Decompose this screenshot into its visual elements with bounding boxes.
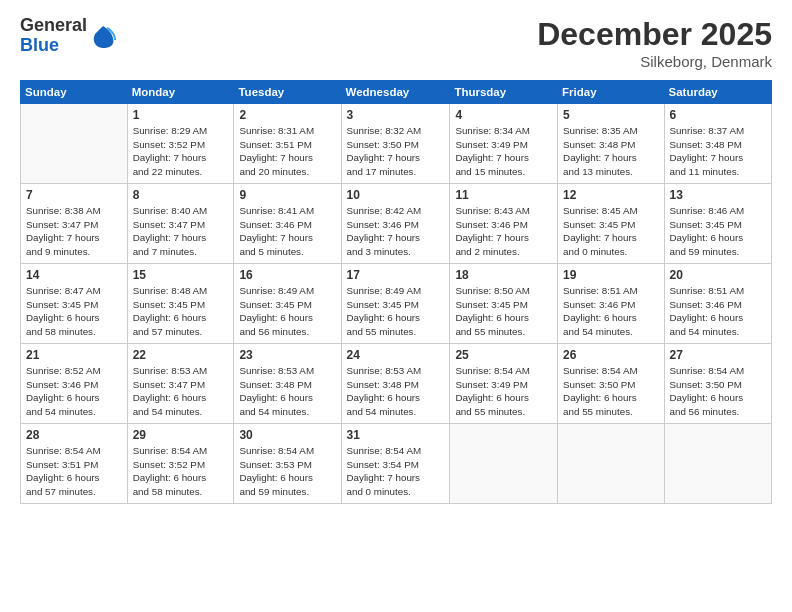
day-info: Sunrise: 8:49 AM Sunset: 3:45 PM Dayligh… bbox=[347, 284, 445, 339]
header-thursday: Thursday bbox=[450, 81, 558, 104]
calendar-header-row: SundayMondayTuesdayWednesdayThursdayFrid… bbox=[21, 81, 772, 104]
day-cell: 4Sunrise: 8:34 AM Sunset: 3:49 PM Daylig… bbox=[450, 104, 558, 184]
day-info: Sunrise: 8:54 AM Sunset: 3:50 PM Dayligh… bbox=[670, 364, 766, 419]
day-info: Sunrise: 8:51 AM Sunset: 3:46 PM Dayligh… bbox=[563, 284, 658, 339]
day-info: Sunrise: 8:40 AM Sunset: 3:47 PM Dayligh… bbox=[133, 204, 229, 259]
day-cell: 20Sunrise: 8:51 AM Sunset: 3:46 PM Dayli… bbox=[664, 264, 771, 344]
day-info: Sunrise: 8:31 AM Sunset: 3:51 PM Dayligh… bbox=[239, 124, 335, 179]
day-number: 21 bbox=[26, 348, 122, 362]
title-block: December 2025 Silkeborg, Denmark bbox=[537, 16, 772, 70]
day-number: 27 bbox=[670, 348, 766, 362]
day-info: Sunrise: 8:49 AM Sunset: 3:45 PM Dayligh… bbox=[239, 284, 335, 339]
day-info: Sunrise: 8:32 AM Sunset: 3:50 PM Dayligh… bbox=[347, 124, 445, 179]
day-number: 23 bbox=[239, 348, 335, 362]
day-cell: 30Sunrise: 8:54 AM Sunset: 3:53 PM Dayli… bbox=[234, 424, 341, 504]
day-cell: 3Sunrise: 8:32 AM Sunset: 3:50 PM Daylig… bbox=[341, 104, 450, 184]
day-number: 9 bbox=[239, 188, 335, 202]
day-number: 6 bbox=[670, 108, 766, 122]
day-info: Sunrise: 8:41 AM Sunset: 3:46 PM Dayligh… bbox=[239, 204, 335, 259]
day-number: 19 bbox=[563, 268, 658, 282]
day-number: 12 bbox=[563, 188, 658, 202]
page: General Blue December 2025 Silkeborg, De… bbox=[0, 0, 792, 612]
day-info: Sunrise: 8:34 AM Sunset: 3:49 PM Dayligh… bbox=[455, 124, 552, 179]
week-row-0: 1Sunrise: 8:29 AM Sunset: 3:52 PM Daylig… bbox=[21, 104, 772, 184]
day-number: 15 bbox=[133, 268, 229, 282]
day-info: Sunrise: 8:53 AM Sunset: 3:48 PM Dayligh… bbox=[239, 364, 335, 419]
day-cell: 17Sunrise: 8:49 AM Sunset: 3:45 PM Dayli… bbox=[341, 264, 450, 344]
day-cell: 27Sunrise: 8:54 AM Sunset: 3:50 PM Dayli… bbox=[664, 344, 771, 424]
day-number: 1 bbox=[133, 108, 229, 122]
day-cell: 11Sunrise: 8:43 AM Sunset: 3:46 PM Dayli… bbox=[450, 184, 558, 264]
logo-general: General bbox=[20, 15, 87, 35]
week-row-4: 28Sunrise: 8:54 AM Sunset: 3:51 PM Dayli… bbox=[21, 424, 772, 504]
day-cell: 7Sunrise: 8:38 AM Sunset: 3:47 PM Daylig… bbox=[21, 184, 128, 264]
day-info: Sunrise: 8:54 AM Sunset: 3:49 PM Dayligh… bbox=[455, 364, 552, 419]
day-number: 14 bbox=[26, 268, 122, 282]
day-cell: 16Sunrise: 8:49 AM Sunset: 3:45 PM Dayli… bbox=[234, 264, 341, 344]
day-info: Sunrise: 8:37 AM Sunset: 3:48 PM Dayligh… bbox=[670, 124, 766, 179]
day-cell bbox=[450, 424, 558, 504]
week-row-3: 21Sunrise: 8:52 AM Sunset: 3:46 PM Dayli… bbox=[21, 344, 772, 424]
day-number: 11 bbox=[455, 188, 552, 202]
day-cell: 5Sunrise: 8:35 AM Sunset: 3:48 PM Daylig… bbox=[558, 104, 664, 184]
day-number: 22 bbox=[133, 348, 229, 362]
logo-icon bbox=[89, 22, 117, 50]
header: General Blue December 2025 Silkeborg, De… bbox=[20, 16, 772, 70]
day-number: 3 bbox=[347, 108, 445, 122]
day-info: Sunrise: 8:29 AM Sunset: 3:52 PM Dayligh… bbox=[133, 124, 229, 179]
day-cell: 24Sunrise: 8:53 AM Sunset: 3:48 PM Dayli… bbox=[341, 344, 450, 424]
day-info: Sunrise: 8:46 AM Sunset: 3:45 PM Dayligh… bbox=[670, 204, 766, 259]
day-info: Sunrise: 8:54 AM Sunset: 3:51 PM Dayligh… bbox=[26, 444, 122, 499]
day-cell: 26Sunrise: 8:54 AM Sunset: 3:50 PM Dayli… bbox=[558, 344, 664, 424]
day-cell: 12Sunrise: 8:45 AM Sunset: 3:45 PM Dayli… bbox=[558, 184, 664, 264]
day-info: Sunrise: 8:51 AM Sunset: 3:46 PM Dayligh… bbox=[670, 284, 766, 339]
week-row-1: 7Sunrise: 8:38 AM Sunset: 3:47 PM Daylig… bbox=[21, 184, 772, 264]
day-info: Sunrise: 8:42 AM Sunset: 3:46 PM Dayligh… bbox=[347, 204, 445, 259]
day-info: Sunrise: 8:35 AM Sunset: 3:48 PM Dayligh… bbox=[563, 124, 658, 179]
day-cell: 18Sunrise: 8:50 AM Sunset: 3:45 PM Dayli… bbox=[450, 264, 558, 344]
day-number: 4 bbox=[455, 108, 552, 122]
day-number: 5 bbox=[563, 108, 658, 122]
day-cell: 8Sunrise: 8:40 AM Sunset: 3:47 PM Daylig… bbox=[127, 184, 234, 264]
header-wednesday: Wednesday bbox=[341, 81, 450, 104]
header-tuesday: Tuesday bbox=[234, 81, 341, 104]
header-sunday: Sunday bbox=[21, 81, 128, 104]
day-cell: 13Sunrise: 8:46 AM Sunset: 3:45 PM Dayli… bbox=[664, 184, 771, 264]
day-cell: 14Sunrise: 8:47 AM Sunset: 3:45 PM Dayli… bbox=[21, 264, 128, 344]
day-info: Sunrise: 8:43 AM Sunset: 3:46 PM Dayligh… bbox=[455, 204, 552, 259]
day-cell: 21Sunrise: 8:52 AM Sunset: 3:46 PM Dayli… bbox=[21, 344, 128, 424]
header-friday: Friday bbox=[558, 81, 664, 104]
day-cell: 25Sunrise: 8:54 AM Sunset: 3:49 PM Dayli… bbox=[450, 344, 558, 424]
day-cell: 15Sunrise: 8:48 AM Sunset: 3:45 PM Dayli… bbox=[127, 264, 234, 344]
logo-blue: Blue bbox=[20, 35, 59, 55]
day-number: 26 bbox=[563, 348, 658, 362]
header-monday: Monday bbox=[127, 81, 234, 104]
month-title: December 2025 bbox=[537, 16, 772, 53]
day-info: Sunrise: 8:38 AM Sunset: 3:47 PM Dayligh… bbox=[26, 204, 122, 259]
day-info: Sunrise: 8:54 AM Sunset: 3:54 PM Dayligh… bbox=[347, 444, 445, 499]
day-number: 7 bbox=[26, 188, 122, 202]
day-number: 20 bbox=[670, 268, 766, 282]
day-cell bbox=[21, 104, 128, 184]
day-info: Sunrise: 8:47 AM Sunset: 3:45 PM Dayligh… bbox=[26, 284, 122, 339]
day-info: Sunrise: 8:54 AM Sunset: 3:52 PM Dayligh… bbox=[133, 444, 229, 499]
day-info: Sunrise: 8:54 AM Sunset: 3:53 PM Dayligh… bbox=[239, 444, 335, 499]
day-number: 30 bbox=[239, 428, 335, 442]
day-cell: 2Sunrise: 8:31 AM Sunset: 3:51 PM Daylig… bbox=[234, 104, 341, 184]
day-cell: 28Sunrise: 8:54 AM Sunset: 3:51 PM Dayli… bbox=[21, 424, 128, 504]
calendar-table: SundayMondayTuesdayWednesdayThursdayFrid… bbox=[20, 80, 772, 504]
day-info: Sunrise: 8:45 AM Sunset: 3:45 PM Dayligh… bbox=[563, 204, 658, 259]
day-cell bbox=[664, 424, 771, 504]
day-info: Sunrise: 8:53 AM Sunset: 3:48 PM Dayligh… bbox=[347, 364, 445, 419]
day-info: Sunrise: 8:52 AM Sunset: 3:46 PM Dayligh… bbox=[26, 364, 122, 419]
day-cell: 19Sunrise: 8:51 AM Sunset: 3:46 PM Dayli… bbox=[558, 264, 664, 344]
location: Silkeborg, Denmark bbox=[537, 53, 772, 70]
day-number: 25 bbox=[455, 348, 552, 362]
day-number: 28 bbox=[26, 428, 122, 442]
day-cell: 29Sunrise: 8:54 AM Sunset: 3:52 PM Dayli… bbox=[127, 424, 234, 504]
day-cell bbox=[558, 424, 664, 504]
day-number: 18 bbox=[455, 268, 552, 282]
day-number: 17 bbox=[347, 268, 445, 282]
day-info: Sunrise: 8:48 AM Sunset: 3:45 PM Dayligh… bbox=[133, 284, 229, 339]
day-cell: 6Sunrise: 8:37 AM Sunset: 3:48 PM Daylig… bbox=[664, 104, 771, 184]
